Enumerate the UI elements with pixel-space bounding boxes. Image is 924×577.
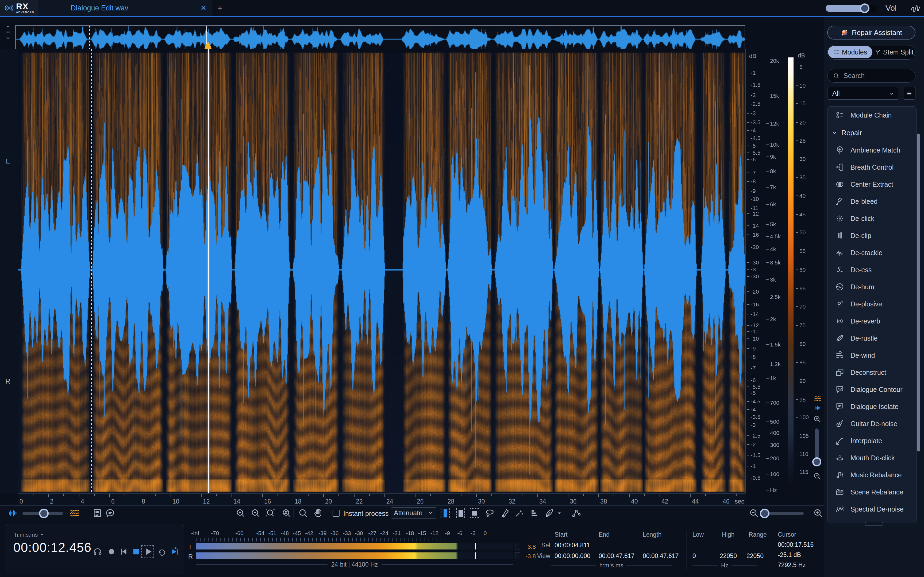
zoom-out-time-icon[interactable] (250, 508, 261, 519)
zoom-in-time-icon[interactable] (235, 508, 246, 519)
record-button[interactable] (107, 546, 116, 557)
module-item-breath-control[interactable]: Breath Control (827, 159, 916, 176)
blend-slider-thumb[interactable] (39, 509, 48, 518)
file-tab[interactable]: Dialogue Edit.wav ✕ (38, 0, 212, 16)
signal-chain-tool[interactable] (571, 508, 582, 519)
spectrogram-view-icon[interactable] (813, 395, 822, 402)
stop-button[interactable] (131, 546, 141, 557)
magnify-tool-icon[interactable] (298, 508, 309, 519)
play-selection-button[interactable] (170, 546, 180, 557)
new-tab-button[interactable]: + (214, 2, 226, 14)
section-repair[interactable]: Repair (827, 124, 916, 142)
instant-process-checkbox[interactable] (333, 510, 339, 517)
module-item-spectral-de-noise[interactable]: Spectral De-noise (827, 501, 916, 518)
tab-close-icon[interactable]: ✕ (200, 4, 207, 12)
go-to-start-button[interactable] (119, 546, 129, 557)
vertical-zoom-in-icon[interactable] (813, 414, 822, 424)
selection-start-line[interactable] (91, 49, 92, 493)
freq-high-value[interactable]: 22050 (720, 553, 737, 559)
chevron-up-icon[interactable] (5, 24, 11, 29)
module-list-scrollbar[interactable] (917, 134, 920, 451)
module-item-de-crackle[interactable]: De-crackle (827, 244, 916, 261)
meter-clip-indicator-left[interactable] (515, 543, 520, 550)
panel-resize-handle[interactable] (865, 522, 884, 526)
zoom-previous-icon[interactable] (281, 508, 292, 519)
module-item-dialogue-contour[interactable]: Dialogue Contour (827, 381, 916, 398)
module-list-options-button[interactable] (903, 87, 916, 100)
chevron-down-icon[interactable] (5, 35, 11, 40)
time-selection-tool[interactable] (441, 508, 450, 518)
brush-selection-tool[interactable] (499, 508, 510, 519)
module-item-de-hum[interactable]: De-hum (827, 278, 916, 295)
freq-low-value[interactable]: 0 (693, 553, 696, 559)
module-item-de-reverb[interactable]: De-reverb (827, 313, 916, 330)
repair-assistant-icon (841, 29, 849, 37)
process-mode-dropdown[interactable]: Attenuate (391, 507, 436, 519)
ruler-tick (247, 494, 247, 496)
adjust-selection-tool[interactable] (529, 508, 540, 519)
collapse-handle-icon[interactable] (5, 29, 11, 35)
module-item-module-chain[interactable]: Module Chain (827, 106, 916, 124)
time-ruler[interactable]: sec 024681012141618202224262830323436384… (18, 493, 745, 506)
zoom-to-selection-icon[interactable] (265, 508, 276, 519)
list-icon (834, 49, 840, 55)
module-search-field[interactable] (827, 69, 916, 82)
module-item-interpolate[interactable]: Interpolate (827, 432, 916, 449)
waveform-view-icon[interactable] (813, 405, 821, 411)
monitor-headphones-icon[interactable] (92, 546, 103, 557)
module-item-music-rebalance[interactable]: Music Rebalance (827, 466, 916, 484)
module-item-guitar-de-noise[interactable]: Guitar De-noise (827, 415, 916, 432)
repair-assistant-button[interactable]: Repair Assistant (827, 26, 916, 40)
tab-stem-split[interactable]: Stem Split (874, 46, 914, 58)
module-item-de-rustle[interactable]: De-rustle (827, 330, 916, 347)
module-item-dialogue-isolate[interactable]: Dialogue Isolate (827, 398, 916, 415)
sel-start-value[interactable]: 00:00:04.811 (554, 542, 590, 549)
waveform-display-icon[interactable] (8, 508, 18, 519)
feather-selection-tool[interactable] (544, 508, 554, 519)
play-button[interactable] (143, 546, 153, 557)
loop-playback-button[interactable] (157, 546, 167, 557)
module-item-center-extract[interactable]: Center Extract (827, 176, 916, 193)
module-item-de-plosive[interactable]: De-plosive (827, 295, 916, 313)
view-start-value[interactable]: 00:00:00.000 (554, 553, 590, 559)
time-format-selector[interactable]: h:m:s.ms (15, 532, 44, 538)
module-item-scene-rebalance[interactable]: Scene Rebalance (827, 484, 916, 501)
lasso-selection-tool[interactable] (485, 508, 495, 519)
horizontal-zoom-out-icon[interactable] (749, 508, 759, 519)
volume-thumb[interactable] (860, 3, 869, 13)
magic-wand-tool[interactable] (514, 508, 525, 519)
vertical-zoom-thumb[interactable] (812, 457, 821, 466)
module-item-de-bleed[interactable]: De-bleed (827, 193, 916, 210)
tab-modules[interactable]: Modules (828, 46, 872, 58)
search-input[interactable] (843, 72, 908, 80)
module-filter-dropdown[interactable]: All (827, 87, 899, 100)
signal-generator-icon[interactable] (909, 2, 922, 15)
volume-slider[interactable] (825, 5, 877, 12)
time-frequency-selection-tool[interactable] (456, 508, 465, 518)
module-item-de-click[interactable]: De-click (827, 210, 916, 227)
frequency-selection-tool[interactable] (470, 508, 479, 518)
feather-options-chevron-icon[interactable] (557, 508, 562, 519)
horizontal-zoom-in-icon[interactable] (813, 508, 824, 519)
meter-clip-indicator-right[interactable] (515, 553, 520, 559)
spectrogram-display-icon[interactable] (69, 508, 80, 519)
overview-controls[interactable] (2, 24, 14, 40)
horizontal-zoom-thumb[interactable] (760, 509, 769, 518)
module-item-deconstruct[interactable]: Deconstruct (827, 364, 916, 381)
freq-range-value[interactable]: 22050 (746, 553, 764, 559)
session-notes-icon[interactable] (92, 508, 103, 519)
view-length-value[interactable]: 00:00:47.617 (643, 553, 678, 559)
hand-grab-tool-icon[interactable] (313, 508, 323, 519)
feedback-comment-icon[interactable] (105, 508, 115, 519)
module-item-mouth-de-click[interactable]: Mouth De-click (827, 449, 916, 466)
view-end-value[interactable]: 00:00:47.617 (599, 553, 635, 559)
module-item-de-wind[interactable]: De-wind (827, 347, 916, 364)
module-item-ambience-match[interactable]: Ambience Match (827, 142, 916, 159)
module-item-de-clip[interactable]: De-clip (827, 227, 916, 244)
freq-scale-label: 2k (766, 316, 776, 322)
module-item-de-ess[interactable]: De-ess (827, 261, 916, 278)
playhead-line[interactable] (208, 49, 209, 493)
sel-row-label: Sel (534, 542, 550, 549)
vertical-zoom-out-icon[interactable] (813, 472, 822, 481)
spectrogram-view[interactable] (18, 49, 745, 493)
